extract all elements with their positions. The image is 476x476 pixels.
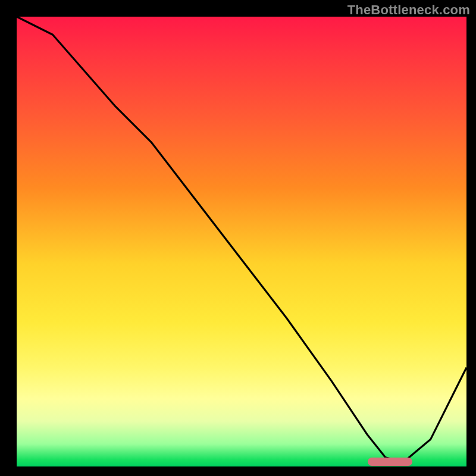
bottleneck-curve [17, 17, 466, 462]
optimal-range-marker [368, 458, 413, 466]
plot-area [17, 17, 466, 466]
curve-svg [17, 17, 466, 466]
watermark-text: TheBottleneck.com [347, 2, 470, 18]
chart-frame: TheBottleneck.com [0, 0, 476, 476]
